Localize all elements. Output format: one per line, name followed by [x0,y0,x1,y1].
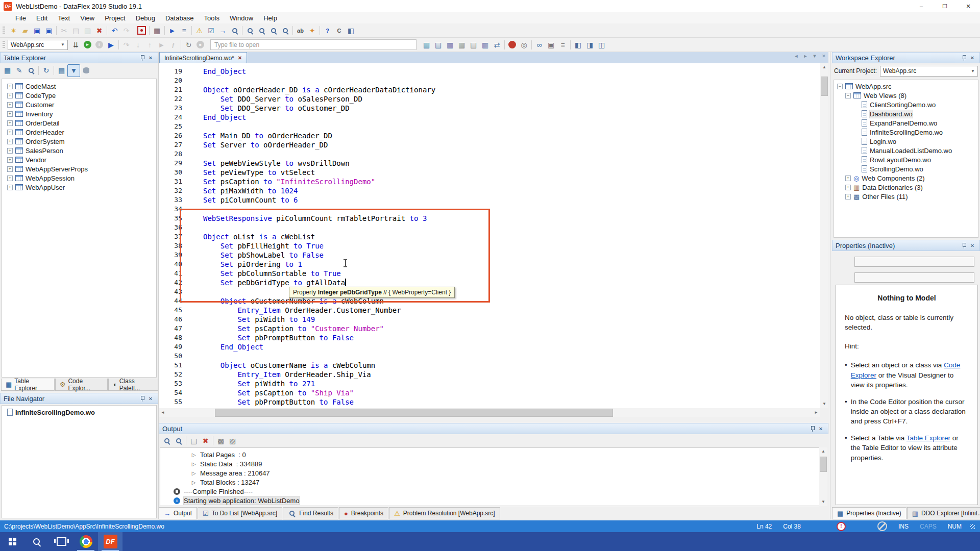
pin-icon[interactable] [960,241,968,249]
output-row[interactable]: ▷Static Data : 334889 [160,459,827,468]
file-navigator-item[interactable]: InfiniteScrollingDemo.wo [2,408,156,417]
menu-tools[interactable]: Tools [199,12,225,23]
table-item-codetype[interactable]: +CodeType [2,91,156,100]
close-icon[interactable]: ✕ [817,424,825,433]
table-item-salesperson[interactable]: +SalesPerson [2,146,156,155]
expand-icon[interactable]: + [7,148,13,154]
step-into-icon[interactable]: ↓ [132,39,144,51]
editor-vertical-scrollbar[interactable]: ▲ ▼ [820,63,828,408]
run-to-cursor-icon[interactable]: ► [156,39,167,51]
close-icon[interactable]: ✕ [968,241,976,249]
browse-webapp-icon[interactable]: ◎ [518,39,530,51]
taskbar-search-button[interactable] [24,532,49,551]
output-row[interactable]: ▷Total Blocks : 13247 [160,478,827,487]
editor-tab-infinitescrollingdemo[interactable]: InfiniteScrollingDemo.wo* ✕ [159,52,247,63]
menu-help[interactable]: Help [258,12,282,23]
find-icon[interactable] [244,24,256,36]
tab-breakpoints[interactable]: ●Breakpoints [339,507,388,519]
scroll-up-icon[interactable]: ▲ [820,63,828,71]
record-macro-icon[interactable] [136,24,148,36]
close-button[interactable]: ✕ [957,0,980,12]
expand-arrow-icon[interactable]: ▷ [191,480,197,485]
expand-icon[interactable]: + [845,176,851,181]
table-item-webappsession[interactable]: +WebAppSession [2,173,156,183]
right-splitter[interactable] [830,52,830,519]
copy-all-output-icon[interactable]: ▩ [215,435,227,447]
tab-output[interactable]: →Output [159,507,197,519]
expand-icon[interactable]: + [845,194,851,199]
scroll-down-icon[interactable]: ▼ [819,498,827,506]
expand-icon[interactable]: + [7,84,13,89]
current-project-combo[interactable]: WebApp.src ▼ [880,66,978,77]
property-class-field[interactable] [854,272,974,283]
goto-definition-icon[interactable]: ► [166,24,178,36]
menu-file[interactable]: File [10,12,31,23]
project-combo[interactable]: WebApp.src ▼ [8,40,68,50]
refresh-tables-icon[interactable]: ↻ [40,65,52,77]
expand-icon[interactable]: + [7,93,13,98]
left-splitter[interactable] [158,52,159,519]
pin-icon[interactable] [960,54,968,62]
property-object-field[interactable] [854,257,974,267]
minimize-button[interactable]: – [910,0,933,12]
step-out-icon[interactable]: ↑ [144,39,156,51]
new-table-icon[interactable]: ▦ [2,65,13,77]
close-icon[interactable]: ✕ [146,54,155,62]
table-viewer-icon[interactable]: ▤ [432,39,444,51]
data-dictionary-modeler-icon[interactable]: ▥ [444,39,456,51]
scroll-left-icon[interactable]: ◄ [159,408,167,417]
tab-table-explorer[interactable]: ▦Table Explorer [1,379,55,391]
editor-horizontal-scrollbar[interactable]: ◄ ► [159,408,820,417]
expand-icon[interactable]: + [7,130,13,135]
save-file-icon[interactable]: ▣ [31,24,43,36]
pause-icon[interactable]: ‖ [93,39,105,51]
output-row[interactable]: iStarting web application: WebListDemo [160,496,827,505]
cut-icon[interactable]: ✂ [58,24,70,36]
database-connections-icon[interactable] [80,65,92,77]
resize-grip[interactable] [970,524,975,529]
menu-edit[interactable]: Edit [31,12,53,23]
close-icon[interactable]: ✕ [146,394,155,403]
workspace-item-scrollingdemo.wo[interactable]: ScrollingDemo.wo [834,164,978,173]
close-tab-icon[interactable]: ✕ [238,55,242,61]
find-replace-icon[interactable]: ab [295,24,306,36]
table-item-webappuser[interactable]: +WebAppUser [2,183,156,192]
taskbar-chrome-button[interactable] [74,532,98,551]
tab-problem-resolution-webapp-src-[interactable]: ⚠Problem Resolution [WebApp.src] [389,507,500,519]
find-previous-icon[interactable] [267,24,279,36]
output-row[interactable]: ▷Message area : 210647 [160,468,827,478]
expand-icon[interactable]: + [845,185,851,190]
output-row[interactable]: ▷Total Pages : 0 [160,450,827,459]
copy-output-icon[interactable]: ▤ [188,435,200,447]
expand-icon[interactable]: + [7,185,13,190]
scrollbar-thumb[interactable] [215,409,613,417]
delete-icon[interactable]: ✖ [93,24,105,36]
workspace-item-webapp.src[interactable]: −WebApp.src [834,82,978,91]
menu-project[interactable]: Project [100,12,130,23]
taskbar-dataflex-button[interactable]: DF [98,532,122,551]
menu-debug[interactable]: Debug [131,12,160,23]
expand-icon[interactable]: + [7,102,13,108]
workspace-item-web-components-2-[interactable]: +◎Web Components (2) [834,173,978,183]
expand-arrow-icon[interactable]: ▷ [191,452,197,458]
find-next-icon[interactable] [256,24,267,36]
expand-icon[interactable]: − [837,84,843,89]
expand-icon[interactable]: − [845,93,851,98]
scrollbar-thumb[interactable] [820,457,827,472]
workspace-item-clientsortingdemo.wo[interactable]: ClientSortingDemo.wo [834,100,978,109]
synchronize-icon[interactable]: ⇄ [491,39,503,51]
expand-icon[interactable]: + [7,166,13,172]
class-reference-icon[interactable]: C [333,24,345,36]
expand-arrow-icon[interactable]: ▷ [191,470,197,476]
export-source-icon[interactable]: → [217,24,229,36]
tab-list-icon[interactable]: ▼ [811,54,818,59]
undo-icon[interactable]: ↶ [109,24,120,36]
workspace-item-rowlayoutdemo.wo[interactable]: RowLayoutDemo.wo [834,155,978,164]
table-item-vendor[interactable]: +Vendor [2,155,156,164]
code-insight-icon[interactable]: ✦ [306,24,318,36]
column-sequence-icon[interactable]: ▤ [56,65,67,77]
new-file-icon[interactable]: ✶ [8,24,19,36]
output-vertical-scrollbar[interactable]: ▲ ▼ [819,447,827,506]
output-find-next-icon[interactable] [161,435,173,447]
pin-icon[interactable] [808,424,817,433]
